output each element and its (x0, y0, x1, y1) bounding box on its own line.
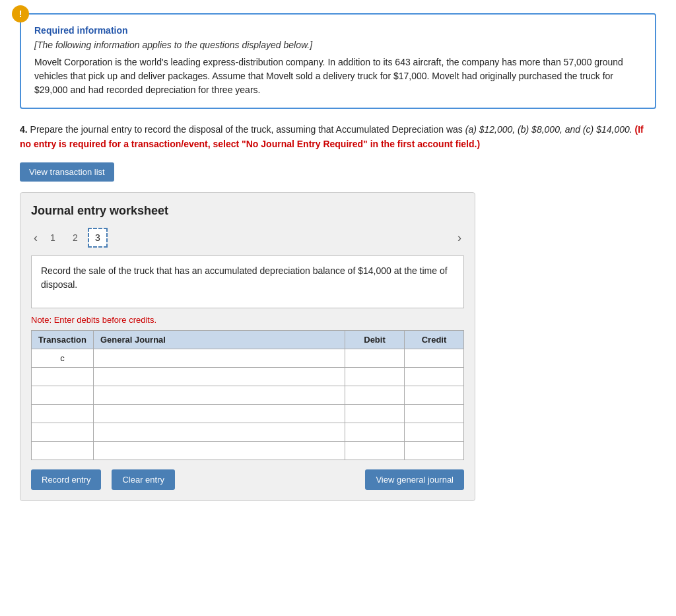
credit-input-2[interactable] (405, 368, 463, 386)
clear-entry-button[interactable]: Clear entry (112, 469, 175, 490)
journal-cell-2[interactable] (93, 368, 345, 386)
header-credit: Credit (405, 331, 464, 349)
credit-cell-3[interactable] (405, 386, 464, 405)
tab-prev-arrow[interactable]: ‹ (31, 231, 40, 245)
journal-input-1[interactable] (94, 349, 345, 367)
tab-2[interactable]: 2 (65, 228, 85, 248)
view-general-journal-button[interactable]: View general journal (365, 469, 464, 490)
journal-cell-3[interactable] (93, 386, 345, 405)
debit-cell-6[interactable] (345, 442, 405, 460)
journal-cell-5[interactable] (93, 423, 345, 442)
tab-next-arrow[interactable]: › (455, 231, 464, 245)
debit-input-6[interactable] (345, 442, 404, 460)
debit-cell-5[interactable] (345, 423, 405, 442)
tab-3[interactable]: 3 (88, 228, 108, 248)
bottom-buttons: Record entry Clear entry View general jo… (31, 469, 464, 490)
transaction-cell-2 (32, 368, 94, 386)
credit-input-1[interactable] (405, 349, 463, 367)
required-info-subtitle: [The following information applies to th… (34, 40, 642, 50)
worksheet-panel: Journal entry worksheet ‹ 1 2 3 › Record… (20, 192, 475, 501)
transaction-cell-1: c (32, 349, 94, 368)
question-parts: (a) $12,000, (b) $8,000, and (c) $14,000… (465, 124, 632, 135)
table-row: c (32, 349, 464, 368)
journal-cell-4[interactable] (93, 405, 345, 423)
debit-input-1[interactable] (345, 349, 404, 367)
alert-icon: ! (12, 5, 29, 22)
header-general-journal: General Journal (93, 331, 345, 349)
header-debit: Debit (345, 331, 405, 349)
credit-input-3[interactable] (405, 386, 463, 404)
debit-input-2[interactable] (345, 368, 404, 386)
debit-cell-4[interactable] (345, 405, 405, 423)
transaction-cell-5 (32, 423, 94, 442)
transaction-cell-4 (32, 405, 94, 423)
info-box: ! Required information [The following in… (20, 13, 656, 109)
credit-cell-2[interactable] (405, 368, 464, 386)
question-text: 4. Prepare the journal entry to record t… (20, 122, 656, 152)
debit-input-4[interactable] (345, 405, 404, 423)
record-entry-button[interactable]: Record entry (31, 469, 101, 490)
header-transaction: Transaction (32, 331, 94, 349)
credit-cell-4[interactable] (405, 405, 464, 423)
required-info-body: Movelt Corporation is the world's leadin… (34, 55, 642, 97)
debit-cell-2[interactable] (345, 368, 405, 386)
debit-cell-1[interactable] (345, 349, 405, 368)
table-row (32, 423, 464, 442)
debit-cell-3[interactable] (345, 386, 405, 405)
credit-input-6[interactable] (405, 442, 463, 460)
tab-1[interactable]: 1 (43, 228, 63, 248)
table-row (32, 386, 464, 405)
required-info-title: Required information (34, 25, 642, 36)
transaction-cell-3 (32, 386, 94, 405)
debit-input-5[interactable] (345, 423, 404, 441)
journal-cell-6[interactable] (93, 442, 345, 460)
journal-input-6[interactable] (94, 442, 345, 460)
table-row (32, 405, 464, 423)
credit-input-4[interactable] (405, 405, 463, 423)
journal-input-2[interactable] (94, 368, 345, 386)
journal-input-4[interactable] (94, 405, 345, 423)
journal-cell-1[interactable] (93, 349, 345, 368)
question-number: 4. (20, 124, 28, 135)
table-row (32, 368, 464, 386)
journal-table: Transaction General Journal Debit Credit… (31, 330, 464, 460)
journal-input-3[interactable] (94, 386, 345, 404)
worksheet-title: Journal entry worksheet (31, 203, 464, 219)
record-description: Record the sale of the truck that has an… (31, 256, 464, 308)
note-text: Note: Enter debits before credits. (31, 315, 464, 325)
debit-input-3[interactable] (345, 386, 404, 404)
question-body: Prepare the journal entry to record the … (30, 124, 465, 135)
credit-cell-1[interactable] (405, 349, 464, 368)
transaction-cell-6 (32, 442, 94, 460)
credit-cell-6[interactable] (405, 442, 464, 460)
tab-navigation: ‹ 1 2 3 › (31, 228, 464, 248)
credit-cell-5[interactable] (405, 423, 464, 442)
journal-input-5[interactable] (94, 423, 345, 441)
credit-input-5[interactable] (405, 423, 463, 441)
table-row (32, 442, 464, 460)
view-transaction-list-button[interactable]: View transaction list (20, 162, 114, 182)
